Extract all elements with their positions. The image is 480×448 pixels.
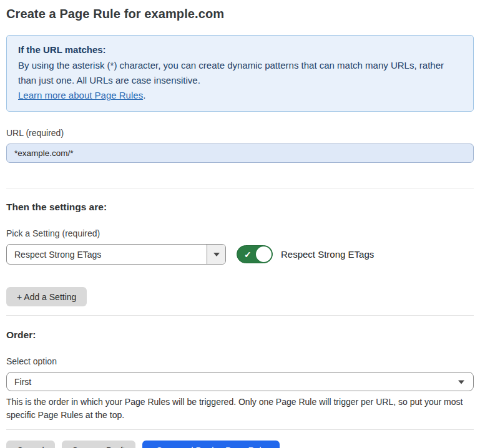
cancel-button[interactable]: Cancel [6, 441, 55, 448]
chevron-down-icon [213, 253, 220, 256]
setting-select-arrow-button[interactable] [207, 245, 225, 264]
setting-toggle[interactable]: ✓ [237, 245, 273, 263]
pick-setting-label: Pick a Setting (required) [6, 228, 474, 238]
section-divider [6, 315, 474, 316]
toggle-knob [256, 246, 272, 262]
settings-section-heading: Then the settings are: [6, 202, 474, 213]
footer-actions: Cancel Save as Draft Save and Deploy Pag… [6, 441, 474, 448]
url-field-label: URL (required) [6, 128, 474, 138]
order-help-text: This is the order in which your Page Rul… [6, 396, 471, 422]
info-box-link-line: Learn more about Page Rules. [18, 88, 462, 103]
footer-divider [6, 429, 474, 430]
chevron-down-icon [458, 380, 464, 384]
setting-select-value: Respect Strong ETags [7, 245, 207, 264]
url-match-info-box: If the URL matches: By using the asteris… [6, 35, 474, 112]
url-input[interactable] [6, 144, 474, 163]
setting-select[interactable]: Respect Strong ETags [6, 244, 226, 265]
setting-toggle-group: ✓ Respect Strong ETags [237, 245, 374, 263]
add-setting-button[interactable]: + Add a Setting [6, 287, 87, 306]
order-select-value: First [14, 377, 31, 387]
setting-toggle-label: Respect Strong ETags [281, 249, 374, 260]
order-select[interactable]: First [6, 372, 474, 391]
link-period: . [143, 90, 145, 100]
save-as-draft-button[interactable]: Save as Draft [62, 441, 136, 448]
info-box-body: By using the asterisk (*) character, you… [18, 58, 462, 88]
section-divider [6, 188, 474, 188]
page-title: Create a Page Rule for example.com [6, 7, 474, 21]
info-box-heading: If the URL matches: [18, 42, 462, 57]
order-section-heading: Order: [6, 329, 474, 341]
check-icon: ✓ [244, 250, 252, 258]
save-and-deploy-button[interactable]: Save and Deploy Page Rule [142, 441, 280, 448]
setting-row: Respect Strong ETags ✓ Respect Strong ET… [6, 244, 474, 265]
order-select-label: Select option [6, 356, 474, 366]
learn-more-link[interactable]: Learn more about Page Rules [18, 90, 143, 100]
